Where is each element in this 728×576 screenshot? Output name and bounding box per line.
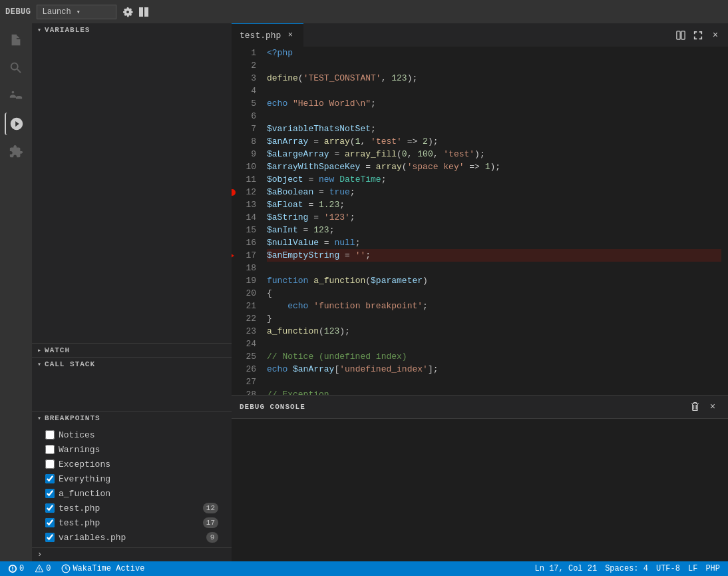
close-console-icon[interactable]: × [705,400,720,414]
line-number-7[interactable]: 7 [237,123,256,135]
line-number-20[interactable]: 20 [237,287,256,300]
breakpoint-item-notices[interactable]: Notices [32,428,232,442]
code-line-10[interactable]: $arrayWithSpaceKey = array('space key' =… [267,160,721,173]
watch-header[interactable]: ▸ WATCH [32,344,232,357]
breakpoint-item-everything[interactable]: Everything [32,471,232,486]
code-line-22[interactable]: } [267,312,721,325]
code-line-4[interactable] [267,85,721,97]
clear-console-icon[interactable] [688,400,703,414]
breakpoint-checkbox-test_php_12[interactable] [45,503,55,513]
line-number-25[interactable]: 25 [237,350,256,363]
code-line-19[interactable]: function a_function($parameter) [267,274,721,287]
line-number-24[interactable]: 24 [237,338,256,350]
breakpoint-checkbox-variables_php_9[interactable] [45,533,55,542]
code-content[interactable]: <?php define('TEST_CONSTANT', 123); echo… [262,47,721,395]
code-line-25[interactable]: // Notice (undefined index) [267,350,721,363]
close-panel-icon[interactable]: × [708,28,723,43]
line-number-27[interactable]: 27 [237,376,256,388]
settings-icon[interactable] [122,6,134,18]
console-title[interactable]: DEBUG CONSOLE [240,403,305,411]
code-line-8[interactable]: $anArray = array(1, 'test' => 2); [267,135,721,148]
error-count[interactable]: 0 [5,561,27,576]
console-body[interactable] [232,419,728,561]
code-line-14[interactable]: $aString = '123'; [267,211,721,224]
line-number-22[interactable]: 22 [237,312,256,325]
code-editor[interactable]: 1234567891011121314151617181920212223242… [232,47,728,395]
code-line-6[interactable] [267,110,721,123]
breakpoints-header[interactable]: ▾ BREAKPOINTS [32,412,232,425]
breakpoint-checkbox-everything[interactable] [45,474,55,483]
code-line-20[interactable]: { [267,287,721,300]
line-number-2[interactable]: 2 [237,59,256,72]
encoding[interactable]: UTF-8 [653,561,683,576]
code-line-13[interactable]: $aFloat = 1.23; [267,198,721,211]
line-number-1[interactable]: 1 [237,47,256,59]
tab-test-php[interactable]: test.php × [232,23,303,47]
code-line-27[interactable] [267,376,721,388]
sidebar-footer-chevron[interactable]: › [37,550,42,559]
split-icon[interactable] [673,28,688,43]
code-line-3[interactable]: define('TEST_CONSTANT', 123); [267,72,721,85]
breakpoint-item-exceptions[interactable]: Exceptions [32,457,232,471]
breakpoint-item-test_php_12[interactable]: test.php12 [32,501,232,515]
line-number-17[interactable]: 17 [237,249,256,262]
split-editor-icon[interactable] [138,6,150,18]
line-number-3[interactable]: 3 [237,72,256,85]
line-number-4[interactable]: 4 [237,85,256,97]
line-number-13[interactable]: 13 [237,198,256,211]
files-icon[interactable] [5,29,27,51]
breakpoint-checkbox-test_php_17[interactable] [45,518,55,527]
line-number-9[interactable]: 9 [237,148,256,160]
code-line-24[interactable] [267,338,721,350]
language[interactable]: PHP [703,561,723,576]
callstack-header[interactable]: ▾ CALL STACK [32,358,232,371]
line-number-26[interactable]: 26 [237,363,256,376]
line-number-12[interactable]: 12 [237,186,256,198]
breakpoint-item-warnings[interactable]: Warnings [32,442,232,457]
code-line-12[interactable]: $aBoolean = true; [267,186,721,198]
line-number-6[interactable]: 6 [237,110,256,123]
scrollbar-track[interactable] [721,47,728,395]
code-line-5[interactable]: echo "Hello World\n"; [267,97,721,110]
code-line-28[interactable]: // Exception [267,388,721,395]
code-line-7[interactable]: $variableTha​tsNotSet; [267,123,721,135]
line-number-18[interactable]: 18 [237,262,256,274]
code-line-18[interactable] [267,262,721,274]
line-number-10[interactable]: 10 [237,160,256,173]
code-line-17[interactable]: $anEmptyString = ''; [267,249,721,262]
debug-icon[interactable] [5,113,27,135]
line-number-8[interactable]: 8 [237,135,256,148]
breakpoint-checkbox-exceptions[interactable] [45,459,55,469]
code-line-2[interactable] [267,59,721,72]
line-number-28[interactable]: 28 [237,388,256,395]
wakatime-status[interactable]: WakaTime Active [59,561,147,576]
breakpoint-item-test_php_17[interactable]: test.php17 [32,515,232,530]
code-line-21[interactable]: echo 'function breakpoint'; [267,300,721,312]
warning-count[interactable]: 0 [32,561,53,576]
code-line-11[interactable]: $object = new DateTime; [267,173,721,186]
breakpoint-item-a_function[interactable]: a_function [32,486,232,501]
line-number-16[interactable]: 16 [237,236,256,249]
extensions-icon[interactable] [5,141,27,163]
breakpoint-checkbox-warnings[interactable] [45,445,55,454]
eol[interactable]: LF [685,561,700,576]
breakpoint-checkbox-a_function[interactable] [45,489,55,498]
breakpoint-item-variables_php_9[interactable]: variables.php9 [32,530,232,545]
maximize-icon[interactable] [691,28,705,43]
code-line-1[interactable]: <?php [267,47,721,59]
code-line-26[interactable]: echo $anArray['undefined_index']; [267,363,721,376]
source-control-icon[interactable] [5,85,27,107]
search-icon[interactable] [5,57,27,79]
line-number-11[interactable]: 11 [237,173,256,186]
cursor-position[interactable]: Ln 17, Col 21 [532,561,600,576]
line-number-23[interactable]: 23 [237,325,256,338]
code-line-16[interactable]: $nullValue = null; [267,236,721,249]
code-line-23[interactable]: a_function(123); [267,325,721,338]
launch-dropdown[interactable]: Launch ▾ [37,5,116,19]
line-number-19[interactable]: 19 [237,274,256,287]
code-line-9[interactable]: $aLargeArray = array_fill(0, 100, 'test'… [267,148,721,160]
line-number-15[interactable]: 15 [237,224,256,236]
line-number-14[interactable]: 14 [237,211,256,224]
line-number-21[interactable]: 21 [237,300,256,312]
line-number-5[interactable]: 5 [237,97,256,110]
